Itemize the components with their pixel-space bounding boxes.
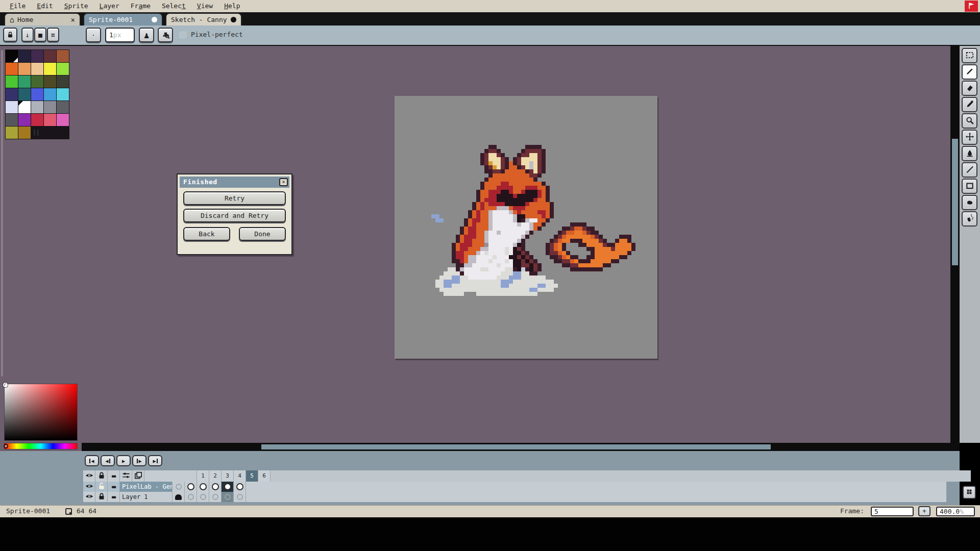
palette-swatch[interactable] [18, 101, 31, 113]
palette-swatch[interactable] [57, 50, 69, 62]
palette-swatch[interactable] [57, 114, 69, 126]
menu-item-layer[interactable]: Layer [94, 0, 125, 12]
cel-layer-1-f6[interactable] [234, 492, 246, 502]
palette-swatch[interactable] [44, 63, 56, 75]
dialog-title[interactable]: Finished [180, 177, 289, 188]
layer-name[interactable]: Layer 1 [120, 492, 173, 502]
menu-item-view[interactable]: View [191, 0, 218, 12]
brush-size-input[interactable]: 1px [105, 28, 135, 42]
cel-pixellab---gen-f2[interactable] [185, 482, 197, 492]
palette-swatch[interactable] [57, 101, 69, 113]
spectrum-marker[interactable] [3, 383, 8, 387]
palette-swatch[interactable] [18, 76, 31, 88]
tool-move[interactable] [962, 130, 977, 145]
layer-lock-toggle[interactable] [95, 492, 108, 502]
timeline-copy-toggle[interactable] [132, 470, 144, 482]
palette-swatch[interactable] [57, 76, 69, 88]
dynamics-button[interactable] [158, 28, 173, 42]
play-button[interactable]: ▶ [116, 455, 131, 466]
palette-swatch[interactable] [6, 101, 18, 113]
frame-header-3[interactable]: 3 [222, 470, 234, 482]
palette-swatch[interactable] [44, 114, 56, 126]
palette-presets-button[interactable]: ↓ [21, 28, 34, 42]
palette-swatch[interactable] [31, 101, 43, 113]
cel-layer-1-f2[interactable] [185, 492, 197, 502]
layer-lock-open-toggle[interactable] [95, 482, 108, 492]
tool-pencil[interactable] [962, 64, 977, 80]
palette-lock-button[interactable] [3, 28, 17, 42]
tool-line[interactable] [962, 162, 977, 178]
ink-type-button[interactable]: ♟ [139, 28, 154, 42]
back-button[interactable]: Back [183, 227, 230, 241]
vertical-scrollbar-thumb[interactable] [952, 139, 958, 265]
palette-swatch[interactable] [6, 127, 18, 139]
sprite-area[interactable] [395, 96, 657, 359]
palette-options-button[interactable]: ≡ [47, 28, 59, 42]
palette-resize-grip[interactable] [34, 130, 39, 136]
tool-rectangle[interactable] [962, 179, 977, 194]
cel-layer-1-f1[interactable] [173, 492, 185, 502]
palette-swatch[interactable] [18, 50, 31, 62]
layer-row-2[interactable]: ●●Layer 1 [83, 492, 946, 502]
tool-eyedropper[interactable] [962, 97, 977, 112]
frame-header-4[interactable]: 4 [234, 470, 246, 482]
vertical-scrollbar[interactable] [950, 45, 960, 443]
palette-edit-button[interactable]: ■ [34, 28, 46, 42]
palette-swatch[interactable] [18, 127, 31, 139]
palette-swatch[interactable] [44, 50, 56, 62]
palette-swatch[interactable] [18, 63, 31, 75]
step-back-button[interactable]: ◀ [101, 455, 115, 466]
palette-swatch[interactable] [6, 63, 18, 75]
cel-pixellab---gen-f1[interactable] [173, 482, 185, 492]
skip-start-button[interactable]: ◀ [85, 455, 99, 466]
cel-pixellab---gen-f6[interactable] [234, 482, 246, 492]
menu-item-select[interactable]: Select [156, 0, 191, 12]
color-spectrum[interactable] [4, 384, 78, 441]
tab-close-icon[interactable]: × [71, 16, 75, 24]
pixel-perfect-checkbox[interactable] [180, 32, 186, 38]
tab-sketch-canny[interactable]: Sketch - Canny [165, 13, 242, 26]
palette-swatch[interactable] [31, 88, 43, 101]
palette-swatch[interactable] [44, 101, 56, 113]
palette-swatch[interactable] [57, 63, 69, 75]
horizontal-scrollbar-thumb[interactable] [261, 444, 771, 449]
frame-header-6[interactable]: 6 [258, 470, 271, 482]
cel-layer-1-f3[interactable] [197, 492, 209, 502]
retry-button[interactable]: Retry [183, 191, 286, 205]
discard-and-retry-button[interactable]: Discard and Retry [183, 209, 286, 222]
cel-layer-1-f5[interactable] [222, 492, 234, 502]
palette-swatch[interactable] [18, 88, 31, 101]
done-button[interactable]: Done [239, 227, 286, 241]
timeline-lock-toggle[interactable] [95, 470, 108, 482]
layer-dots-toggle[interactable]: ●● [108, 482, 120, 492]
zoom-level-input[interactable]: 400.0% [936, 507, 975, 516]
tool-eraser[interactable] [962, 81, 977, 96]
palette-swatch[interactable] [6, 50, 18, 62]
menu-item-file[interactable]: File [4, 0, 31, 12]
cel-pixellab---gen-f3[interactable] [197, 482, 209, 492]
tool-marquee[interactable] [962, 48, 977, 63]
tool-bucket[interactable] [962, 146, 977, 161]
cel-pixellab---gen-f5[interactable] [222, 482, 234, 492]
palette-swatch[interactable] [18, 114, 31, 126]
palette-swatch[interactable] [31, 63, 43, 75]
frame-header-2[interactable]: 2 [209, 470, 222, 482]
palette-swatch[interactable] [44, 88, 56, 101]
hue-marker[interactable] [4, 444, 8, 448]
dialog-close-button[interactable]: × [279, 178, 288, 186]
layer-name[interactable]: PixelLab - Gen [120, 482, 173, 492]
palette-swatch[interactable] [57, 88, 69, 101]
timeline-eye-toggle[interactable] [83, 470, 95, 482]
frame-header-1[interactable]: 1 [197, 470, 209, 482]
palette-scrollbar[interactable] [1, 50, 3, 377]
timeline-sliders-toggle[interactable] [120, 470, 132, 482]
palette-swatch[interactable] [44, 76, 56, 88]
layer-eye-toggle[interactable] [83, 492, 95, 502]
brush-type-button[interactable]: · [86, 28, 101, 42]
skip-end-button[interactable]: ▶ [148, 455, 162, 466]
tab-sprite-0001[interactable]: Sprite-0001 [83, 13, 163, 26]
hue-slider[interactable] [4, 443, 78, 449]
palette-swatch[interactable] [31, 50, 43, 62]
notification-button[interactable] [965, 1, 978, 12]
layer-dots-toggle[interactable]: ●● [108, 492, 120, 502]
